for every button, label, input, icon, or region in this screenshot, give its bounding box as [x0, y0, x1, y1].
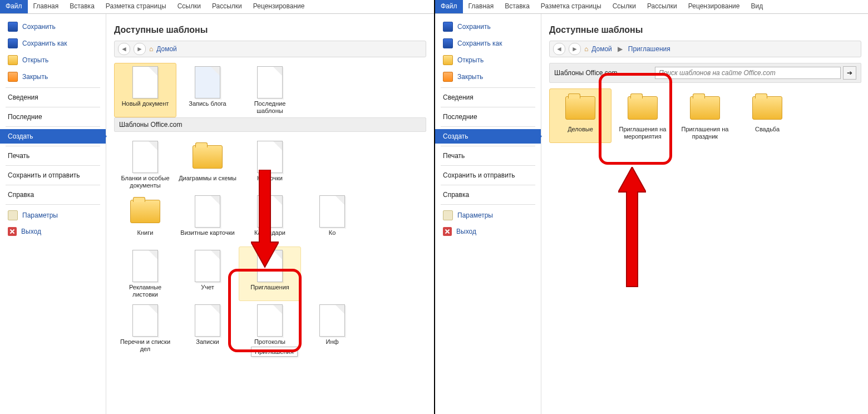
- tile-diagrams[interactable]: Диаграммы и схемы: [176, 137, 239, 192]
- crumb-home[interactable]: Домой: [156, 45, 177, 53]
- invitation-categories: Деловые Приглашения на мероприятия Пригл…: [549, 88, 861, 143]
- sidebar-close[interactable]: Закрыть: [0, 68, 106, 85]
- tile-label: Карточки: [257, 175, 283, 189]
- tab-review[interactable]: Рецензирование: [248, 0, 310, 13]
- sidebar-exit[interactable]: Выход: [435, 224, 541, 239]
- home-icon[interactable]: ⌂: [584, 45, 588, 53]
- home-icon[interactable]: ⌂: [149, 45, 153, 53]
- sidebar-options[interactable]: Параметры: [435, 207, 541, 224]
- sidebar-save[interactable]: Сохранить: [0, 18, 106, 35]
- tile-memos[interactable]: Записки: [176, 301, 239, 356]
- tile-cards[interactable]: Карточки: [239, 137, 301, 192]
- office-templates-header: Шаблоны Office.com ➔: [549, 63, 861, 83]
- tile-forms[interactable]: Бланки и особые документы: [114, 137, 176, 192]
- templates-office-row4: Рекламные листовки Учет Приглашения: [114, 247, 426, 301]
- tile-business-cards[interactable]: Визитные карточки: [176, 192, 239, 247]
- search-input[interactable]: [655, 67, 841, 79]
- sidebar-close-label: Закрыть: [22, 73, 48, 81]
- sidebar-close[interactable]: Закрыть: [435, 68, 541, 85]
- tab-mailings[interactable]: Рассылки: [206, 0, 248, 13]
- sidebar-print[interactable]: Печать: [0, 149, 106, 163]
- sidebar-save-as[interactable]: Сохранить как: [0, 35, 106, 52]
- tab-home[interactable]: Главная: [28, 0, 65, 13]
- options-icon: [8, 210, 18, 220]
- sidebar-new[interactable]: Создать: [0, 129, 106, 144]
- nav-forward[interactable]: ►: [134, 43, 146, 55]
- tile-partial-1[interactable]: Ко: [301, 192, 363, 247]
- crumb-separator: ▶: [618, 45, 623, 53]
- close-icon: [8, 72, 18, 82]
- sidebar-save[interactable]: Сохранить: [435, 18, 541, 35]
- sidebar-recent[interactable]: Последние: [435, 110, 541, 124]
- sidebar-new[interactable]: Создать: [435, 129, 541, 144]
- sidebar-options[interactable]: Параметры: [0, 207, 106, 224]
- sidebar-save-as-label: Сохранить как: [22, 40, 67, 47]
- tab-layout[interactable]: Разметка страницы: [100, 0, 172, 13]
- tile-calendars[interactable]: Календари: [239, 192, 301, 247]
- tab-insert[interactable]: Вставка: [499, 0, 535, 13]
- sidebar-open[interactable]: Открыть: [0, 52, 106, 68]
- tab-references[interactable]: Ссылки: [607, 0, 642, 13]
- sidebar-open[interactable]: Открыть: [435, 52, 541, 68]
- sidebar-recent[interactable]: Последние: [0, 110, 106, 124]
- tile-label: Записки: [196, 338, 219, 353]
- nav-back[interactable]: ◄: [118, 43, 130, 55]
- sidebar-help-label: Справка: [443, 191, 469, 199]
- sidebar-info[interactable]: Сведения: [0, 90, 106, 105]
- tile-lists[interactable]: Перечни и списки дел: [114, 301, 176, 356]
- tile-blog-post[interactable]: Запись блога: [176, 63, 239, 117]
- sidebar-open-label: Открыть: [22, 56, 48, 64]
- folder-open-icon: [443, 55, 453, 65]
- backstage-sidebar: Сохранить Сохранить как Открыть Закрыть …: [435, 14, 541, 414]
- tab-review[interactable]: Рецензирование: [683, 0, 746, 13]
- pane-title: Доступные шаблоны: [549, 25, 861, 35]
- sidebar-share[interactable]: Сохранить и отправить: [435, 168, 541, 183]
- sidebar-share[interactable]: Сохранить и отправить: [0, 168, 106, 183]
- tile-new-document[interactable]: Новый документ: [114, 63, 176, 117]
- tile-accounting[interactable]: Учет: [176, 247, 239, 301]
- tab-mailings[interactable]: Рассылки: [642, 0, 683, 13]
- tile-label: Приглашения на праздник: [675, 126, 734, 140]
- sidebar-print[interactable]: Печать: [435, 149, 541, 163]
- tile-label: Учет: [201, 284, 214, 298]
- annotation-arrow-up: [618, 167, 646, 289]
- nav-back[interactable]: ◄: [553, 43, 565, 55]
- crumb-home[interactable]: Домой: [591, 45, 612, 53]
- tab-file[interactable]: Файл: [0, 0, 28, 13]
- tab-references[interactable]: Ссылки: [172, 0, 206, 13]
- nav-forward[interactable]: ►: [569, 43, 581, 55]
- sidebar-exit[interactable]: Выход: [0, 224, 106, 239]
- folder-open-icon: [8, 55, 18, 65]
- tile-holiday-invitations[interactable]: Приглашения на праздник: [674, 88, 736, 143]
- tab-home[interactable]: Главная: [463, 0, 500, 13]
- search-go-button[interactable]: ➔: [843, 66, 856, 80]
- tile-business[interactable]: Деловые: [549, 88, 611, 143]
- sidebar-save-as-label: Сохранить как: [457, 40, 502, 47]
- sidebar-print-label: Печать: [443, 152, 465, 160]
- window-right: Файл Главная Вставка Разметка страницы С…: [435, 0, 868, 414]
- tile-books[interactable]: Книги: [114, 192, 176, 247]
- tile-label: Приглашения: [250, 284, 289, 298]
- sidebar-info[interactable]: Сведения: [435, 90, 541, 105]
- sidebar-new-label: Создать: [8, 132, 33, 140]
- tab-insert[interactable]: Вставка: [64, 0, 100, 13]
- tab-file[interactable]: Файл: [435, 0, 463, 13]
- tile-flyers[interactable]: Рекламные листовки: [114, 247, 176, 301]
- sidebar-help[interactable]: Справка: [435, 188, 541, 202]
- tile-wedding[interactable]: Свадьба: [736, 88, 798, 143]
- sidebar-share-label: Сохранить и отправить: [443, 171, 515, 179]
- tile-label: Визитные карточки: [180, 229, 234, 244]
- tile-recent-templates[interactable]: Последние шаблоны: [239, 63, 301, 117]
- save-icon: [8, 22, 18, 32]
- sidebar-save-as[interactable]: Сохранить как: [435, 35, 541, 52]
- tab-layout[interactable]: Разметка страницы: [535, 0, 607, 13]
- tile-event-invitations[interactable]: Приглашения на мероприятия: [611, 88, 674, 143]
- close-icon: [443, 72, 453, 82]
- crumb-invitations[interactable]: Приглашения: [628, 45, 670, 53]
- tile-partial-2[interactable]: Инф: [301, 301, 363, 356]
- tab-view[interactable]: Вид: [745, 0, 768, 13]
- tile-label: Запись блога: [189, 100, 226, 115]
- sidebar-save-label: Сохранить: [457, 23, 491, 31]
- sidebar-help[interactable]: Справка: [0, 188, 106, 202]
- tile-invitations[interactable]: Приглашения: [239, 247, 301, 301]
